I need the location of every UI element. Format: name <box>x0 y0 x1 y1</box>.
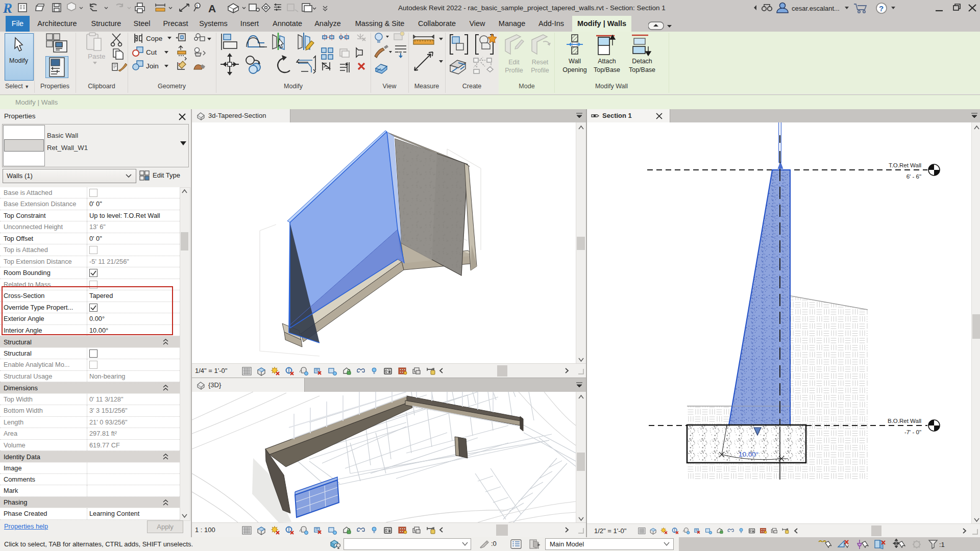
svg-text:B.O.Ret Wall: B.O.Ret Wall <box>888 418 921 424</box>
svg-text:10.00°: 10.00° <box>739 450 758 458</box>
svg-text:Autodesk Revit 2022 - rac_basi: Autodesk Revit 2022 - rac_basic_sample_p… <box>398 4 666 12</box>
svg-text:Cope: Cope <box>146 35 162 42</box>
svg-text:cesar.escalant...: cesar.escalant... <box>792 5 840 12</box>
svg-text:6' - 6": 6' - 6" <box>906 173 921 180</box>
svg-text:Join: Join <box>146 62 159 70</box>
svg-text:R: R <box>3 1 12 16</box>
svg-text:-7' - 0": -7' - 0" <box>904 429 921 435</box>
svg-text:?: ? <box>879 4 884 13</box>
svg-text:A: A <box>208 3 216 14</box>
svg-text:Paste: Paste <box>88 53 105 60</box>
svg-text:Cut: Cut <box>146 48 157 56</box>
svg-text::1: :1 <box>939 541 945 548</box>
svg-text:T.O.Ret Wall: T.O.Ret Wall <box>889 162 921 168</box>
